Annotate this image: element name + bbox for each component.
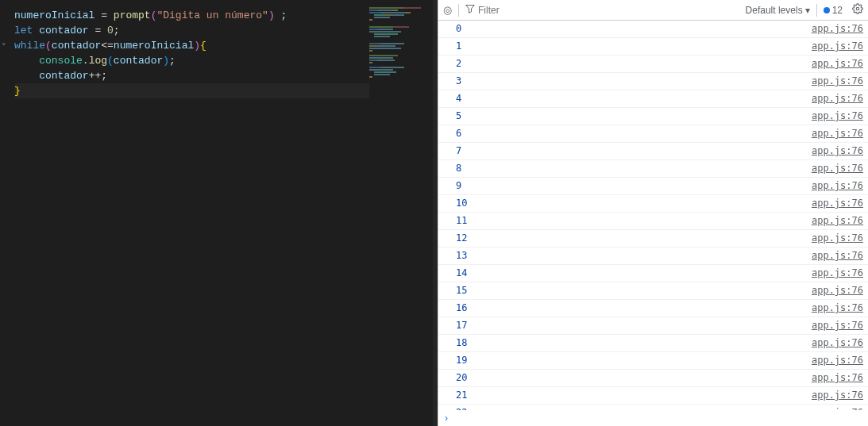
svg-point-0 <box>856 7 859 10</box>
console-value: 9 <box>456 180 461 192</box>
console-row[interactable]: 1app.js:76 <box>438 38 868 56</box>
live-expression-icon[interactable]: ◎ <box>443 4 452 16</box>
console-source-link[interactable]: app.js:76 <box>812 23 863 35</box>
console-source-link[interactable]: app.js:76 <box>812 232 863 244</box>
console-row[interactable]: 13app.js:76 <box>438 248 868 265</box>
console-source-link[interactable]: app.js:76 <box>812 215 863 227</box>
minimap-line <box>369 64 433 66</box>
console-value: 5 <box>456 110 461 122</box>
minimap-line <box>369 7 433 9</box>
console-source-link[interactable]: app.js:76 <box>812 40 863 52</box>
minimap-line <box>369 10 433 11</box>
separator <box>816 4 817 17</box>
console-row[interactable]: 14app.js:76 <box>438 265 868 282</box>
separator <box>458 4 459 17</box>
console-row[interactable]: 9app.js:76 <box>438 178 868 195</box>
app-root: numeroInicial = prompt("Digita un número… <box>0 0 868 426</box>
console-row[interactable]: 0app.js:76 <box>438 21 868 38</box>
console-value: 10 <box>456 198 467 209</box>
console-row[interactable]: 2app.js:76 <box>438 56 868 73</box>
console-value: 21 <box>456 390 467 401</box>
console-row[interactable]: 15app.js:76 <box>438 282 868 300</box>
console-source-link[interactable]: app.js:76 <box>812 145 863 157</box>
minimap-line <box>369 52 433 54</box>
console-source-link[interactable]: app.js:76 <box>812 337 863 349</box>
minimap-line <box>369 29 433 30</box>
console-value: 0 <box>456 23 461 35</box>
console-value: 11 <box>456 215 467 227</box>
gear-icon[interactable] <box>852 3 863 17</box>
minimap[interactable] <box>369 0 433 426</box>
console-row[interactable]: 21app.js:76 <box>438 387 868 405</box>
console-value: 1 <box>456 40 461 52</box>
minimap-line <box>369 48 433 49</box>
console-source-link[interactable]: app.js:76 <box>812 198 863 209</box>
filter-input[interactable] <box>478 5 542 16</box>
console-value: 12 <box>456 232 467 244</box>
console-value: 6 <box>456 128 461 140</box>
console-prompt[interactable]: › <box>438 410 868 426</box>
minimap-line <box>369 40 433 42</box>
minimap-line <box>369 19 433 21</box>
console-source-link[interactable]: app.js:76 <box>812 180 863 192</box>
console-row[interactable]: 20app.js:76 <box>438 370 868 387</box>
console-row[interactable]: 5app.js:76 <box>438 108 868 125</box>
console-row[interactable]: 17app.js:76 <box>438 317 868 335</box>
console-source-link[interactable]: app.js:76 <box>812 163 863 175</box>
minimap-line <box>369 36 433 37</box>
console-value: 2 <box>456 58 461 70</box>
minimap-line <box>369 21 433 23</box>
minimap-line <box>369 62 433 63</box>
console-toolbar: ◎ Default levels ▾ 12 <box>438 0 868 21</box>
console-row[interactable]: 19app.js:76 <box>438 352 868 370</box>
console-source-link[interactable]: app.js:76 <box>812 110 863 122</box>
console-row[interactable]: 3app.js:76 <box>438 73 868 90</box>
console-row[interactable]: 11app.js:76 <box>438 213 868 230</box>
console-source-link[interactable]: app.js:76 <box>812 320 863 332</box>
console-row[interactable]: 7app.js:76 <box>438 143 868 160</box>
console-source-link[interactable]: app.js:76 <box>812 267 863 279</box>
code-editor-pane[interactable]: numeroInicial = prompt("Digita un número… <box>0 0 433 426</box>
console-log-list[interactable]: 0app.js:761app.js:762app.js:763app.js:76… <box>438 21 868 410</box>
code-area[interactable]: numeroInicial = prompt("Digita un número… <box>0 0 433 98</box>
console-source-link[interactable]: app.js:76 <box>812 128 863 140</box>
console-source-link[interactable]: app.js:76 <box>812 93 863 105</box>
devtools-console-pane: ◎ Default levels ▾ 12 0app.js:761a <box>438 0 868 426</box>
minimap-line <box>369 2 433 4</box>
console-value: 7 <box>456 145 461 157</box>
console-value: 18 <box>456 337 467 349</box>
minimap-line <box>369 38 433 40</box>
console-source-link[interactable]: app.js:76 <box>812 75 863 87</box>
console-row[interactable]: 10app.js:76 <box>438 195 868 213</box>
minimap-line <box>369 0 433 2</box>
console-value: 17 <box>456 320 467 332</box>
console-source-link[interactable]: app.js:76 <box>812 390 863 401</box>
console-source-link[interactable]: app.js:76 <box>812 285 863 297</box>
console-value: 16 <box>456 302 467 314</box>
console-source-link[interactable]: app.js:76 <box>812 302 863 314</box>
console-source-link[interactable]: app.js:76 <box>812 372 863 384</box>
fold-chevron-down-icon[interactable]: ˅ <box>2 40 6 56</box>
console-source-link[interactable]: app.js:76 <box>812 355 863 367</box>
filter-group <box>465 4 542 16</box>
console-row[interactable]: 8app.js:76 <box>438 160 868 178</box>
console-value: 3 <box>456 75 461 87</box>
console-row[interactable]: 18app.js:76 <box>438 335 868 352</box>
console-source-link[interactable]: app.js:76 <box>812 58 863 70</box>
console-row[interactable]: 16app.js:76 <box>438 300 868 317</box>
message-count-value: 12 <box>832 5 843 16</box>
console-value: 14 <box>456 267 467 279</box>
minimap-line <box>369 50 433 52</box>
console-row[interactable]: 4app.js:76 <box>438 90 868 108</box>
log-levels-dropdown[interactable]: Default levels ▾ <box>746 5 810 16</box>
message-bubble-icon <box>824 7 830 13</box>
minimap-line <box>369 24 433 25</box>
console-row[interactable]: 12app.js:76 <box>438 230 868 248</box>
console-row[interactable]: 6app.js:76 <box>438 125 868 143</box>
dropdown-icon: ▾ <box>805 5 810 16</box>
message-count[interactable]: 12 <box>824 5 843 16</box>
console-value: 8 <box>456 163 461 175</box>
console-source-link[interactable]: app.js:76 <box>812 250 863 262</box>
filter-icon <box>465 4 475 16</box>
console-row[interactable]: 22app.js:76 <box>438 405 868 410</box>
